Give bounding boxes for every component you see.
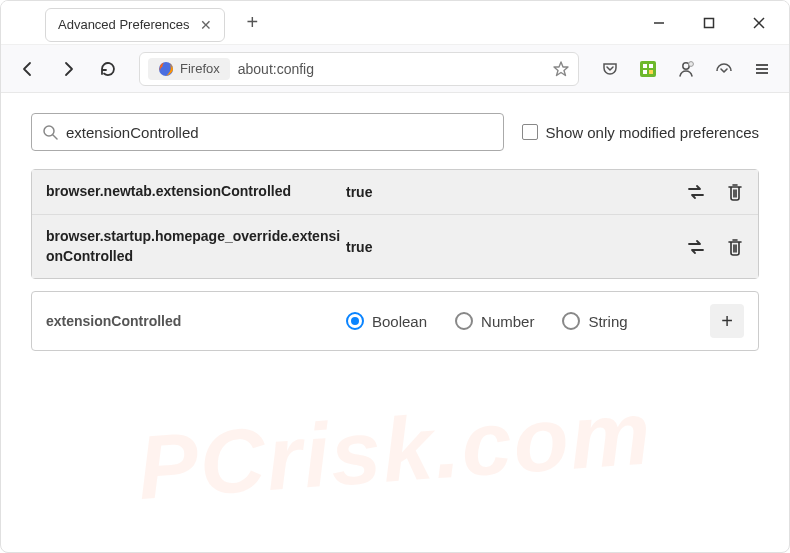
new-tab-button[interactable]: +: [239, 7, 267, 38]
checkbox-label: Show only modified preferences: [546, 124, 759, 141]
bookmark-star-icon[interactable]: [552, 60, 570, 78]
svg-rect-7: [649, 64, 653, 68]
pref-value: true: [346, 239, 686, 255]
pref-row[interactable]: browser.startup.homepage_override.extens…: [32, 214, 758, 278]
menu-icon[interactable]: [745, 52, 779, 86]
search-icon: [42, 124, 58, 140]
radio-icon[interactable]: [455, 312, 473, 330]
overflow-icon[interactable]: [707, 52, 741, 86]
toggle-icon[interactable]: [686, 237, 706, 257]
pref-actions: [686, 237, 744, 257]
forward-button[interactable]: [51, 52, 85, 86]
pref-name: browser.newtab.extensionControlled: [46, 182, 346, 202]
pref-row[interactable]: browser.newtab.extensionControlled true: [32, 170, 758, 214]
pocket-icon[interactable]: [593, 52, 627, 86]
pref-actions: [686, 182, 744, 202]
browser-tab[interactable]: Advanced Preferences ✕: [45, 8, 225, 42]
maximize-button[interactable]: [687, 7, 731, 39]
radio-string[interactable]: String: [562, 312, 627, 330]
search-box[interactable]: [31, 113, 504, 151]
radio-boolean[interactable]: Boolean: [346, 312, 427, 330]
extension-icon[interactable]: [631, 52, 665, 86]
svg-point-11: [689, 61, 694, 66]
show-modified-checkbox[interactable]: Show only modified preferences: [522, 124, 759, 141]
close-window-button[interactable]: [737, 7, 781, 39]
delete-icon[interactable]: [726, 182, 744, 202]
account-icon[interactable]: [669, 52, 703, 86]
svg-rect-9: [649, 70, 653, 74]
add-pref-button[interactable]: +: [710, 304, 744, 338]
reload-button[interactable]: [91, 52, 125, 86]
url-bar[interactable]: Firefox about:config: [139, 52, 579, 86]
window-controls: [637, 7, 789, 39]
pref-name: browser.startup.homepage_override.extens…: [46, 227, 346, 266]
firefox-logo-icon: [158, 61, 174, 77]
radio-number[interactable]: Number: [455, 312, 534, 330]
close-tab-icon[interactable]: ✕: [200, 17, 212, 33]
svg-rect-8: [643, 70, 647, 74]
firefox-label: Firefox: [180, 61, 220, 76]
search-row: Show only modified preferences: [31, 113, 759, 151]
radio-label: Boolean: [372, 313, 427, 330]
toolbar-right: [593, 52, 779, 86]
minimize-button[interactable]: [637, 7, 681, 39]
new-pref-name: extensionControlled: [46, 313, 346, 329]
pref-value: true: [346, 184, 686, 200]
preferences-table: browser.newtab.extensionControlled true …: [31, 169, 759, 279]
about-config-content: Show only modified preferences browser.n…: [1, 93, 789, 371]
svg-rect-5: [640, 61, 656, 77]
new-pref-row: extensionControlled Boolean Number Strin…: [31, 291, 759, 351]
firefox-badge: Firefox: [148, 58, 230, 80]
svg-line-16: [53, 135, 57, 139]
back-button[interactable]: [11, 52, 45, 86]
svg-rect-1: [705, 18, 714, 27]
svg-rect-6: [643, 64, 647, 68]
radio-label: String: [588, 313, 627, 330]
title-bar: Advanced Preferences ✕ +: [1, 1, 789, 45]
toggle-icon[interactable]: [686, 182, 706, 202]
delete-icon[interactable]: [726, 237, 744, 257]
browser-toolbar: Firefox about:config: [1, 45, 789, 93]
radio-icon[interactable]: [562, 312, 580, 330]
watermark: PCrisk.com: [134, 381, 655, 520]
radio-label: Number: [481, 313, 534, 330]
url-text: about:config: [238, 61, 544, 77]
tab-title: Advanced Preferences: [58, 17, 190, 32]
radio-icon[interactable]: [346, 312, 364, 330]
checkbox-icon[interactable]: [522, 124, 538, 140]
search-input[interactable]: [66, 124, 493, 141]
type-radio-group: Boolean Number String: [346, 312, 710, 330]
